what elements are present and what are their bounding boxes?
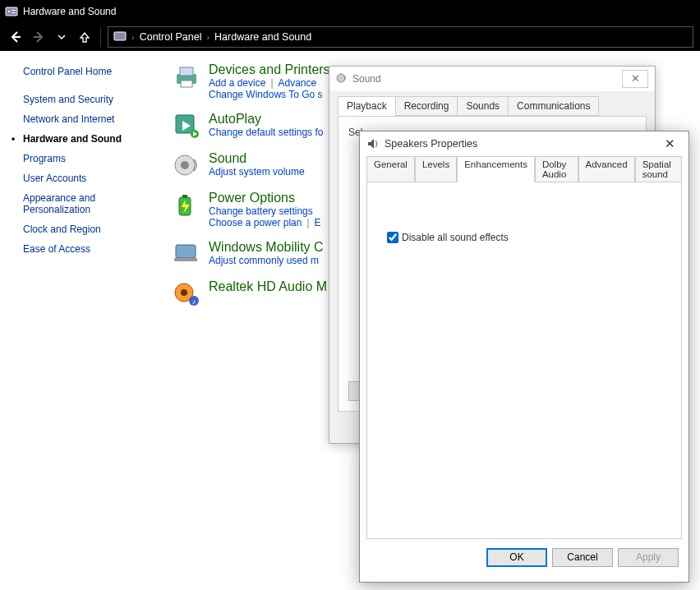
- speakers-title-icon: [366, 137, 380, 150]
- category-sound: Sound Adjust system volume: [164, 151, 330, 179]
- mobility-icon: [173, 240, 200, 268]
- sound-dialog-tabs: Playback Recording Sounds Communications: [338, 96, 647, 116]
- link-advance[interactable]: Advance: [279, 77, 317, 89]
- dialog-button-row: OK Cancel Apply: [366, 539, 682, 575]
- breadcrumb-hardware-sound[interactable]: Hardware and Sound: [214, 31, 311, 43]
- link-autoplay-defaults[interactable]: Change default settings fo: [209, 127, 323, 138]
- sound-dialog-close-button[interactable]: ✕: [622, 70, 648, 88]
- svg-rect-6: [114, 32, 126, 40]
- link-add-device[interactable]: Add a device: [209, 77, 265, 89]
- link-mobility-adjust[interactable]: Adjust commonly used m: [209, 255, 319, 266]
- tab-enhancements[interactable]: Enhancements: [457, 156, 535, 182]
- speakers-properties-dialog: Speakers Properties ✕ General Levels Enh…: [359, 131, 689, 583]
- category-title[interactable]: Windows Mobility C: [209, 240, 324, 255]
- sidebar-item-user-accounts[interactable]: User Accounts: [23, 173, 164, 184]
- svg-marker-26: [368, 139, 374, 149]
- breadcrumb-control-panel[interactable]: Control Panel: [140, 31, 202, 43]
- sidebar-item-ease-of-access[interactable]: Ease of Access: [23, 243, 164, 255]
- sound-dialog-titlebar[interactable]: Sound ✕: [329, 67, 655, 91]
- link-e[interactable]: E: [315, 217, 321, 228]
- category-title[interactable]: Realtek HD Audio M: [209, 279, 327, 294]
- disable-sound-effects-text: Disable all sound effects: [402, 232, 509, 243]
- link-adjust-volume[interactable]: Adjust system volume: [209, 166, 305, 177]
- link-windows-to-go[interactable]: Change Windows To Go s: [209, 89, 323, 100]
- nav-back-button[interactable]: [7, 28, 25, 46]
- speakers-dialog-tabs: General Levels Enhancements Dolby Audio …: [366, 156, 682, 182]
- tab-dolby-audio[interactable]: Dolby Audio: [535, 156, 578, 182]
- sound-dialog-title: Sound: [352, 73, 381, 85]
- tab-recording[interactable]: Recording: [395, 96, 458, 116]
- control-panel-icon: [5, 5, 18, 18]
- category-devices-printers: Devices and Printers Add a device| Advan…: [164, 62, 330, 100]
- sidebar-item-system-security[interactable]: System and Security: [23, 94, 164, 105]
- navbar: › Control Panel › Hardware and Sound: [0, 23, 700, 51]
- speakers-dialog-close-button[interactable]: ✕: [657, 136, 682, 151]
- svg-point-1: [8, 11, 10, 12]
- window-titlebar: Hardware and Sound: [0, 0, 700, 23]
- nav-up-button[interactable]: [76, 28, 94, 46]
- category-mobility-center: Windows Mobility C Adjust commonly used …: [164, 240, 330, 268]
- category-power-options: Power Options Change battery settings Ch…: [164, 191, 330, 228]
- sidebar-item-programs[interactable]: Programs: [23, 153, 164, 164]
- category-title[interactable]: Power Options: [209, 191, 321, 205]
- printer-icon: [173, 62, 200, 90]
- tab-spatial-sound[interactable]: Spatial sound: [635, 156, 682, 182]
- disable-sound-effects-label[interactable]: Disable all sound effects: [387, 232, 665, 243]
- disable-sound-effects-checkbox[interactable]: [387, 232, 398, 243]
- tab-communications[interactable]: Communications: [508, 96, 599, 116]
- sidebar-item-appearance[interactable]: Appearance and Personalization: [23, 192, 130, 215]
- nav-separator: [100, 27, 101, 47]
- battery-icon: [173, 191, 200, 219]
- apply-button[interactable]: Apply: [618, 548, 679, 567]
- ok-button[interactable]: OK: [486, 548, 547, 567]
- category-list: Devices and Printers Add a device| Advan…: [164, 51, 330, 590]
- sidebar-item-clock-region[interactable]: Clock and Region: [23, 224, 164, 235]
- tab-levels[interactable]: Levels: [415, 156, 457, 182]
- sidebar-item-network-internet[interactable]: Network and Internet: [23, 113, 164, 125]
- svg-rect-0: [6, 7, 17, 16]
- enhancements-panel: Disable all sound effects: [366, 182, 682, 539]
- autoplay-icon: [173, 112, 200, 140]
- sidebar: Control Panel Home System and Security N…: [0, 51, 164, 590]
- window-title: Hardware and Sound: [23, 6, 116, 17]
- category-autoplay: AutoPlay Change default settings fo: [164, 112, 330, 140]
- svg-rect-17: [182, 195, 187, 198]
- realtek-icon: ♪: [173, 279, 200, 307]
- crumb-sep-icon: ›: [206, 32, 210, 42]
- sound-dialog-icon: [336, 72, 348, 86]
- sidebar-home[interactable]: Control Panel Home: [23, 66, 164, 77]
- svg-point-22: [181, 289, 187, 296]
- tab-sounds[interactable]: Sounds: [457, 96, 509, 116]
- tab-general[interactable]: General: [366, 156, 415, 182]
- crumb-sep-icon: ›: [131, 32, 135, 42]
- sidebar-item-hardware-sound[interactable]: Hardware and Sound: [23, 133, 164, 145]
- category-title[interactable]: Devices and Printers: [209, 62, 330, 77]
- nav-forward-button[interactable]: [30, 28, 48, 46]
- svg-point-15: [181, 161, 189, 169]
- svg-rect-9: [181, 81, 192, 87]
- link-battery-settings[interactable]: Change battery settings: [209, 205, 313, 217]
- speakers-dialog-title: Speakers Properties: [385, 138, 477, 150]
- tab-advanced[interactable]: Advanced: [578, 156, 635, 182]
- category-title[interactable]: AutoPlay: [209, 112, 323, 127]
- svg-rect-3: [12, 12, 16, 13]
- category-title[interactable]: Sound: [209, 151, 305, 166]
- speaker-icon: [173, 151, 200, 179]
- cancel-button[interactable]: Cancel: [552, 548, 613, 567]
- svg-rect-20: [174, 258, 197, 261]
- address-bar[interactable]: › Control Panel › Hardware and Sound: [108, 26, 693, 48]
- speakers-dialog-titlebar[interactable]: Speakers Properties ✕: [360, 131, 688, 156]
- category-realtek: ♪ Realtek HD Audio M: [164, 279, 330, 307]
- tab-playback[interactable]: Playback: [338, 96, 396, 116]
- svg-text:♪: ♪: [192, 297, 196, 306]
- nav-history-dropdown[interactable]: [53, 28, 71, 46]
- svg-rect-2: [12, 10, 16, 11]
- link-power-plan[interactable]: Choose a power plan: [209, 217, 302, 228]
- address-icon: [113, 30, 127, 45]
- svg-rect-8: [180, 67, 193, 76]
- svg-rect-19: [176, 245, 196, 258]
- svg-point-25: [337, 74, 345, 82]
